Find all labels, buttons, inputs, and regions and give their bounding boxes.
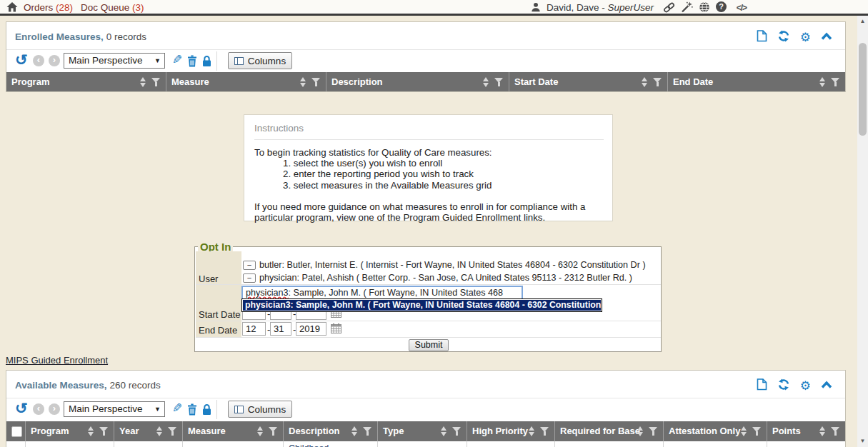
sort-icon[interactable] (819, 77, 826, 87)
divider (196, 321, 661, 321)
scrollbar-thumb[interactable] (859, 43, 867, 136)
lock-icon[interactable] (201, 403, 212, 418)
user-role: SuperUser (607, 2, 654, 13)
filter-icon[interactable] (452, 427, 461, 436)
refresh-icon[interactable] (777, 30, 790, 44)
available-measures-title: Available Measures,260 records (15, 380, 161, 391)
perspective-select[interactable]: Main Perspective ▼ (64, 53, 165, 69)
available-measures-panel: Available Measures,260 records ⚙ ↺ ‹ › M… (6, 370, 846, 447)
calendar-icon[interactable] (331, 323, 341, 336)
sort-icon[interactable] (741, 426, 747, 436)
mips-guided-enrollment-link[interactable]: MIPS Guided Enrollment (6, 355, 108, 366)
column-header-required-for-base[interactable]: Required for Base (555, 421, 664, 441)
remove-user-button[interactable]: − (243, 261, 256, 270)
column-header-measure[interactable]: Measure (166, 72, 326, 92)
column-header-year[interactable]: Year (114, 421, 183, 441)
collapse-icon[interactable] (821, 381, 832, 391)
divider (196, 337, 661, 338)
refresh-icon[interactable] (777, 378, 790, 393)
help-icon[interactable]: ? (716, 1, 727, 12)
sort-icon[interactable] (529, 426, 535, 436)
undo-icon[interactable]: ↺ (15, 51, 28, 69)
filter-icon[interactable] (831, 427, 839, 436)
filter-icon[interactable] (540, 427, 549, 436)
sort-icon[interactable] (642, 77, 648, 87)
column-header-start-date[interactable]: Start Date (509, 72, 668, 92)
edit-perspective-icon[interactable]: ✎ (172, 52, 182, 67)
sort-icon[interactable] (88, 426, 94, 436)
sort-icon[interactable] (257, 426, 264, 436)
vertical-scrollbar[interactable]: ▲ ▼ (857, 16, 868, 447)
scroll-up-icon[interactable]: ▲ (857, 16, 868, 27)
nav-doc-queue-link[interactable]: Doc Queue (3) (81, 2, 144, 13)
scroll-down-icon[interactable]: ▼ (857, 436, 868, 447)
filter-icon[interactable] (269, 427, 277, 436)
sort-icon[interactable] (156, 426, 163, 436)
sort-icon[interactable] (140, 77, 146, 87)
perspective-select[interactable]: Main Perspective ▼ (64, 401, 165, 417)
columns-icon (234, 57, 244, 65)
column-header-description[interactable]: Description (326, 72, 509, 92)
previous-perspective-icon[interactable]: ‹ (33, 403, 44, 415)
filter-icon[interactable] (311, 78, 320, 87)
column-header-program[interactable]: Program (26, 421, 114, 441)
column-header-description[interactable]: Description (284, 421, 378, 441)
edit-perspective-icon[interactable]: ✎ (172, 401, 182, 416)
sort-icon[interactable] (300, 77, 306, 87)
new-record-icon[interactable] (757, 30, 767, 44)
column-header-type[interactable]: Type (378, 421, 467, 441)
link-icon[interactable] (663, 2, 675, 15)
filter-icon[interactable] (831, 78, 839, 87)
gear-icon[interactable]: ⚙ (800, 31, 811, 44)
opt-in-form: Opt In − butler: Butler, Internist E. ( … (194, 246, 662, 352)
code-icon[interactable]: </> (737, 3, 747, 13)
filter-icon[interactable] (649, 427, 657, 436)
record-count: 260 records (110, 380, 161, 391)
end-day-input[interactable] (270, 322, 291, 336)
column-header-program[interactable]: Program (6, 72, 166, 92)
filter-icon[interactable] (168, 427, 176, 436)
wand-icon[interactable] (681, 1, 693, 15)
remove-user-button[interactable]: − (243, 273, 256, 283)
current-user: David, Dave - SuperUser (531, 2, 654, 13)
lock-icon[interactable] (201, 55, 212, 69)
globe-icon[interactable] (699, 1, 710, 15)
columns-button[interactable]: Columns (228, 52, 292, 69)
submit-button[interactable]: Submit (409, 339, 449, 351)
new-record-icon[interactable] (757, 378, 767, 393)
enrolled-table-header: Program Measure Description Start Date E… (6, 72, 846, 92)
undo-icon[interactable]: ↺ (15, 400, 28, 417)
sort-icon[interactable] (441, 426, 447, 436)
sort-icon[interactable] (637, 426, 644, 436)
filter-icon[interactable] (494, 78, 503, 87)
delete-perspective-icon[interactable] (187, 403, 197, 418)
home-icon[interactable] (6, 1, 18, 15)
filter-icon[interactable] (653, 78, 662, 87)
columns-button[interactable]: Columns (228, 401, 292, 418)
end-month-input[interactable] (242, 322, 266, 336)
filter-icon[interactable] (752, 427, 761, 436)
sort-icon[interactable] (351, 426, 358, 436)
sort-icon[interactable] (819, 426, 826, 436)
previous-perspective-icon[interactable]: ‹ (33, 55, 44, 66)
column-header-end-date[interactable]: End Date (668, 72, 846, 92)
column-header-measure[interactable]: Measure (183, 421, 284, 441)
delete-perspective-icon[interactable] (187, 55, 197, 69)
end-year-input[interactable] (296, 322, 326, 336)
collapse-icon[interactable] (821, 32, 832, 43)
filter-icon[interactable] (99, 427, 108, 436)
filter-icon[interactable] (151, 78, 160, 87)
select-all-checkbox[interactable] (11, 426, 22, 437)
measure-description-cell: Childhood (289, 443, 329, 447)
column-header-points[interactable]: Points (767, 421, 846, 441)
filter-icon[interactable] (363, 427, 371, 436)
gear-icon[interactable]: ⚙ (800, 380, 811, 392)
column-header-attestation-only[interactable]: Attestation Only (664, 421, 767, 441)
next-perspective-icon[interactable]: › (49, 403, 60, 415)
table-row[interactable]: Childhood (6, 441, 846, 447)
column-header-high-priority[interactable]: High Priority (467, 421, 555, 441)
autocomplete-suggestion[interactable]: physician3: Sample, John M. ( Fort Wayne… (243, 300, 601, 311)
nav-orders-link[interactable]: Orders (28) (24, 2, 73, 13)
sort-icon[interactable] (483, 77, 489, 87)
next-perspective-icon[interactable]: › (49, 55, 60, 66)
